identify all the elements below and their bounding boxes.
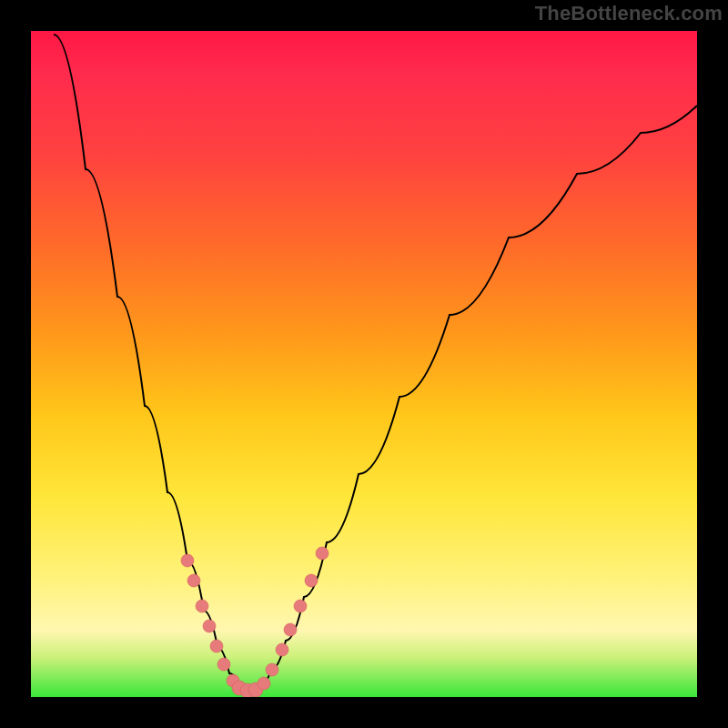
bead-point bbox=[210, 640, 223, 652]
bead-point bbox=[181, 554, 194, 567]
bead-point bbox=[196, 600, 208, 612]
chart-frame: TheBottleneck.com bbox=[0, 0, 728, 728]
bead-group bbox=[181, 547, 329, 697]
bead-point bbox=[203, 620, 216, 632]
bead-point bbox=[294, 600, 307, 612]
bead-point bbox=[258, 677, 270, 690]
bead-point bbox=[276, 643, 288, 656]
bead-point bbox=[305, 574, 318, 587]
chart-svg bbox=[31, 31, 697, 697]
bead-point bbox=[187, 574, 200, 587]
bead-point bbox=[284, 623, 297, 636]
watermark-text: TheBottleneck.com bbox=[535, 2, 723, 25]
left-curve bbox=[54, 35, 250, 691]
plot-area bbox=[31, 31, 697, 697]
bead-point bbox=[266, 663, 278, 676]
bead-point bbox=[316, 547, 329, 560]
bead-point bbox=[217, 658, 230, 671]
right-curve bbox=[250, 106, 697, 691]
